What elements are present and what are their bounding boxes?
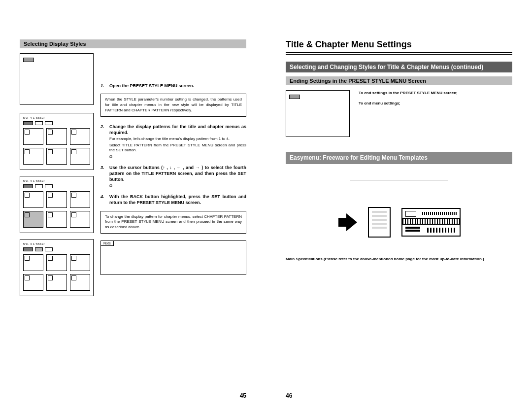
thumb-grid-3: 5'3- 4 1`5563/: [20, 239, 94, 296]
page-number-right: 46: [286, 392, 292, 399]
note-label: Note: [100, 240, 114, 246]
grid-header-1: 5'3- 4 1`5563/: [23, 116, 90, 119]
note-box: Note: [100, 240, 246, 275]
step-2: 2. Change the display patterns for the t…: [100, 124, 246, 160]
left-subheader: Selecting Display Styles: [20, 39, 246, 48]
grid-cells-3: [23, 254, 90, 291]
grid-header-3: 5'3- 4 1`5563/: [23, 242, 90, 245]
divider: [350, 180, 448, 180]
step-list-2: 2. Change the display patterns for the t…: [100, 124, 246, 206]
screen-tab-right: [289, 95, 300, 99]
section-bar-continued: Selecting and Changing Styles for Title …: [286, 62, 512, 72]
thumb-grid-2: 5'3- 4 1`5563/: [20, 176, 94, 233]
info-box-2: To change the display pattern for chapte…: [100, 211, 246, 234]
step-2-omega: Ω: [109, 154, 246, 160]
step-list: 1.Open the PRESET STYLE MENU screen.: [100, 83, 246, 89]
screen-placeholder: [20, 53, 94, 105]
grid-cells-1: [23, 128, 90, 165]
grid-buttons-1: [23, 121, 90, 125]
diagram: [286, 200, 512, 244]
thumb-grid-1: 5'3- 4 1`5563/: [20, 113, 94, 170]
left-illustrations: 5'3- 4 1`5563/ 5'3- 4 1`5563/: [20, 53, 94, 302]
screen-tab: [23, 58, 34, 62]
step-2-sub1: For example, let's change the title menu…: [109, 137, 246, 142]
grid-buttons-2: [23, 184, 90, 188]
template-sheet-icon: [368, 207, 391, 238]
left-two-col: 5'3- 4 1`5563/ 5'3- 4 1`5563/: [20, 53, 246, 302]
section-bar-ending: Ending Settings in the PRESET STYLE MENU…: [286, 76, 512, 85]
ending-line-1: To end settings in the PRESET STYLE MENU…: [359, 90, 512, 96]
step-3: 3. Use the cursor buttons (↑ , ↓ , ← , a…: [100, 165, 246, 189]
ending-line-2: To end menu settings;: [359, 101, 512, 106]
spread: Selecting Display Styles 5'3- 4 1`5563/ …: [0, 0, 532, 411]
page-right: Title & Chapter Menu Settings Selecting …: [266, 0, 532, 411]
left-steps: 1.Open the PRESET STYLE MENU screen. Whe…: [100, 53, 246, 302]
screen-placeholder-right: [286, 90, 350, 137]
info-box-1: When the STYLE parameter's number settin…: [100, 94, 246, 116]
rule-thick: [286, 52, 512, 53]
step-2-sub2: Select TITLE PATTERN from the PRESET STY…: [109, 143, 246, 154]
step-1: 1.Open the PRESET STYLE MENU screen.: [100, 83, 246, 89]
grid-header-2: 5'3- 4 1`5563/: [23, 179, 90, 182]
rule-thin: [286, 54, 512, 55]
step-3-omega: Ω: [109, 183, 246, 189]
page-title: Title & Chapter Menu Settings: [286, 39, 512, 50]
page-number-left: 45: [240, 392, 246, 399]
page-left: Selecting Display Styles 5'3- 4 1`5563/ …: [0, 0, 266, 411]
step-4: 4. With the BACK button highlighted, pre…: [100, 194, 246, 206]
grid-buttons-3: [23, 247, 90, 251]
right-body: To end settings in the PRESET STYLE MENU…: [286, 90, 512, 262]
grid-cells-2: [23, 191, 90, 228]
section-bar-easymenu: Easymenu: Freeware for Editing Menu Temp…: [286, 152, 512, 164]
device-icon: [401, 208, 461, 237]
specs-line: Main Specifications (Please refer to the…: [286, 256, 512, 262]
arrow-icon: [337, 213, 357, 231]
